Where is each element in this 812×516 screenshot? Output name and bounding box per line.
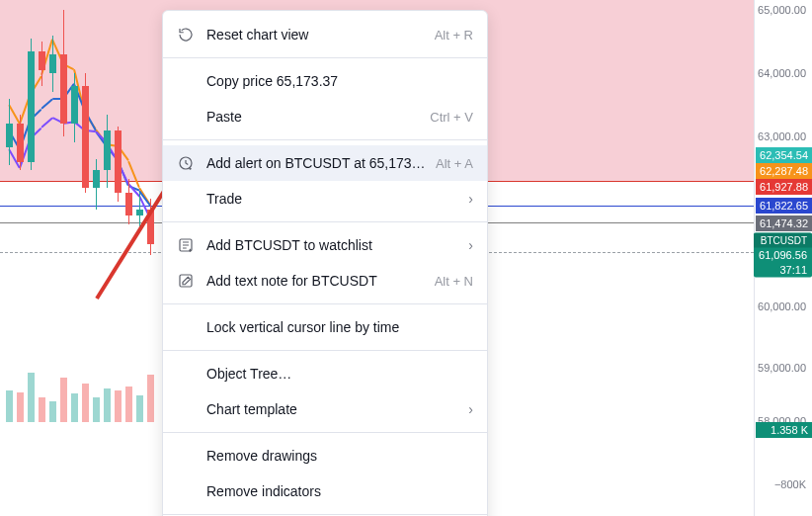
volume-bar [60,378,67,422]
watchlist-icon [175,234,197,256]
price-badge: 61,927.88 [756,179,812,195]
volume-bar [125,387,132,422]
axis-tick: 59,000.00 [758,362,806,374]
menu-item-chart-template[interactable]: Chart template› [163,391,487,427]
axis-tick: 64,000.00 [758,67,806,79]
reset-icon [175,24,197,45]
candlestick [136,193,143,232]
symbol-badge-price: 61,096.56 [754,248,812,263]
chart-context-menu: Reset chart viewAlt + RCopy price 65,173… [162,10,488,516]
menu-item-label: Paste [206,109,420,125]
menu-item-label: Add text note for BTCUSDT [206,273,425,289]
candlestick [39,42,45,86]
price-badge: 62,287.48 [756,163,812,179]
menu-item-label: Add alert on BTCUSDT at 65,173.37… [206,155,426,171]
menu-item-reset-chart-view[interactable]: Reset chart viewAlt + R [163,17,487,52]
volume-bar [147,375,154,423]
volume-bar [17,392,24,422]
axis-tick: 60,000.00 [758,301,806,312]
menu-item-shortcut: Alt + A [436,156,473,171]
volume-bar [82,384,89,422]
symbol-badge-countdown: 37:11 [754,263,812,278]
menu-item-lock-vertical-cursor-line-by-time[interactable]: Lock vertical cursor line by time [163,309,487,345]
menu-item-add-alert-on-btcusdt-at-65-173-37[interactable]: Add alert on BTCUSDT at 65,173.37…Alt + … [163,145,487,181]
candlestick [6,99,13,165]
menu-item-shortcut: Alt + R [435,28,473,43]
symbol-badge-symbol: BTCUSDT [754,233,812,248]
menu-item-label: Copy price 65,173.37 [206,73,473,89]
candlestick [28,39,35,171]
menu-item-shortcut: Ctrl + V [430,110,473,125]
volume-bar [93,397,100,422]
menu-item-copy-price-65-173-37[interactable]: Copy price 65,173.37 [163,63,487,99]
menu-item-add-text-note-for-btcusdt[interactable]: Add text note for BTCUSDTAlt + N [163,263,487,299]
price-badge: 1.358 K [756,422,812,438]
menu-item-remove-indicators[interactable]: Remove indicators [163,473,487,509]
price-axis[interactable]: 65,000.0064,000.0063,000.0060,000.0059,0… [754,0,812,516]
candlestick [49,36,56,93]
volume-bar [39,397,45,422]
chevron-right-icon: › [468,191,473,207]
volume-bar [71,393,78,422]
chevron-right-icon: › [468,237,473,253]
volume-bar [136,395,143,422]
menu-item-trade[interactable]: Trade› [163,181,487,216]
price-badge: 61,822.65 [756,198,812,214]
volume-bar [104,388,111,422]
axis-tick: −800K [774,478,806,490]
menu-item-remove-drawings[interactable]: Remove drawings [163,438,487,473]
candlestick [17,115,24,171]
volume-bar [28,373,35,422]
alert-icon [175,152,197,174]
candlestick [60,10,67,136]
menu-item-label: Remove indicators [206,483,473,499]
candlestick [125,179,132,224]
menu-item-label: Chart template [206,401,468,417]
menu-item-label: Lock vertical cursor line by time [206,319,473,335]
axis-tick: 63,000.00 [758,130,806,142]
candlestick [71,73,78,142]
price-badge: 62,354.54 [756,147,812,163]
svg-rect-3 [180,275,192,287]
note-icon [175,270,197,292]
volume-bar [115,390,122,422]
menu-item-shortcut: Alt + N [435,274,473,289]
candlestick [82,73,89,193]
chevron-right-icon: › [468,401,473,417]
menu-item-label: Add BTCUSDT to watchlist [206,237,468,253]
volume-bar [49,401,56,422]
menu-item-paste[interactable]: PasteCtrl + V [163,99,487,134]
candlestick [147,199,154,255]
symbol-price-badge: BTCUSDT 61,096.56 37:11 [693,233,812,278]
axis-tick: 65,000.00 [758,4,806,16]
candlestick [93,159,100,211]
menu-item-label: Trade [206,191,468,207]
volume-bar [6,390,13,422]
price-badge: 61,474.32 [756,215,812,231]
menu-item-label: Remove drawings [206,448,473,464]
candlestick [104,115,111,188]
menu-item-label: Reset chart view [206,27,425,43]
menu-item-object-tree[interactable]: Object Tree… [163,356,487,391]
menu-item-add-btcusdt-to-watchlist[interactable]: Add BTCUSDT to watchlist› [163,227,487,263]
candlestick [115,127,122,201]
menu-item-label: Object Tree… [206,366,473,382]
